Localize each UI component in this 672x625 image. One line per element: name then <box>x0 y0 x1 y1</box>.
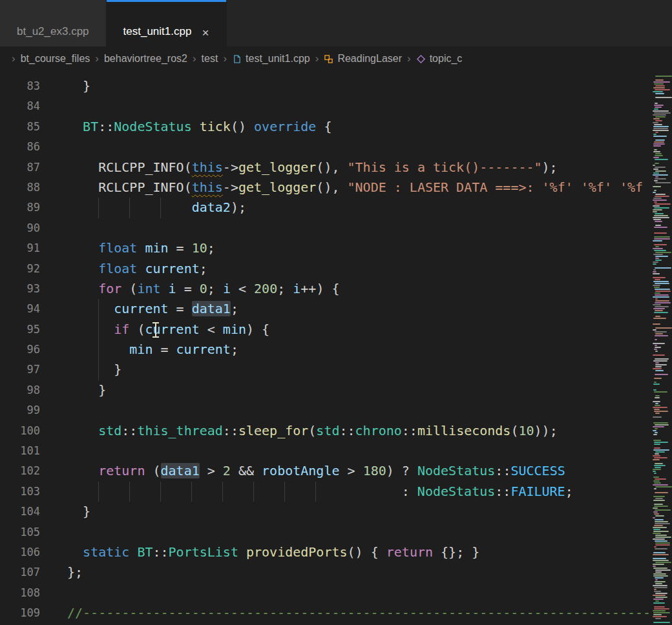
minimap-line <box>655 97 672 98</box>
code-text[interactable]: }; <box>67 562 651 582</box>
code-line: 109//-----------------------------------… <box>0 603 651 623</box>
code-text[interactable]: std::this_thread::sleep_for(std::chrono:… <box>67 421 651 441</box>
code-text[interactable] <box>67 96 651 116</box>
code-text[interactable]: data2); <box>67 198 651 218</box>
code-text[interactable]: BT::NodeStatus tick() override { <box>67 117 651 137</box>
minimap-line <box>655 498 663 499</box>
tab-test_unit1.cpp[interactable]: test_unit1.cpp× <box>107 0 227 46</box>
code-text[interactable]: //--------------------------------------… <box>67 603 651 623</box>
code-token: BT <box>83 119 98 134</box>
minimap-line <box>655 362 659 364</box>
minimap-line <box>654 227 667 228</box>
code-text[interactable]: current = data1; <box>67 299 651 319</box>
line-number: 90 <box>0 218 40 238</box>
indent-guide <box>98 198 99 218</box>
code-text[interactable] <box>67 400 651 420</box>
minimap-line <box>655 405 660 406</box>
minimap-line <box>655 194 666 195</box>
code-token: = <box>169 240 192 256</box>
code-token: i <box>223 281 231 296</box>
minimap-line <box>654 606 665 608</box>
code-token: current <box>145 261 199 276</box>
breadcrumb-item-test[interactable]: test <box>202 53 218 65</box>
code-token: 0 <box>200 281 207 296</box>
minimap-line <box>655 453 659 455</box>
code-token: data1 <box>192 301 231 316</box>
code-token <box>67 119 83 134</box>
minimap-line <box>653 169 658 170</box>
code-token: ; <box>207 240 215 256</box>
code-token: get_logger <box>238 179 316 195</box>
minimap[interactable] <box>651 71 672 625</box>
code-text[interactable]: } <box>67 76 651 96</box>
line-number: 96 <box>0 340 40 360</box>
code-text[interactable]: } <box>67 380 651 400</box>
minimap-line <box>653 205 660 207</box>
minimap-line <box>653 126 669 127</box>
breadcrumb-item-behaviortree_ros2[interactable]: behaviortree_ros2 <box>104 53 187 65</box>
code-text[interactable]: static BT::PortsList providedPorts() { r… <box>67 542 651 562</box>
minimap-line <box>655 395 660 396</box>
breadcrumb-item-test_unit1.cpp[interactable]: test_unit1.cpp <box>232 53 310 65</box>
code-token <box>67 301 114 316</box>
code-text[interactable]: float min = 10; <box>67 238 651 258</box>
code-text[interactable]: min = current; <box>67 340 651 360</box>
code-token: RCLCPP_INFO <box>98 179 184 195</box>
code-token: RCLCPP_INFO <box>98 159 184 175</box>
line-number: 108 <box>0 583 40 603</box>
code-token: :: <box>121 423 137 438</box>
code-text[interactable]: float current; <box>67 259 651 279</box>
minimap-line <box>655 155 663 156</box>
code-text[interactable] <box>67 218 651 238</box>
code-line: 105 <box>0 522 651 542</box>
minimap-line <box>654 378 662 379</box>
breadcrumb-item-topic_c[interactable]: topic_c <box>416 53 463 65</box>
code-token: ; <box>200 261 207 276</box>
code-text[interactable]: for (int i = 0; i < 200; i++) { <box>67 279 651 299</box>
code-line: 103 : NodeStatus::FAILURE; <box>0 482 651 502</box>
code-text[interactable] <box>67 441 651 461</box>
code-text[interactable]: } <box>67 502 651 522</box>
breadcrumb-item-ReadingLaser[interactable]: ReadingLaser <box>324 53 402 65</box>
close-tab-icon[interactable]: × <box>202 27 209 38</box>
minimap-line <box>653 560 669 561</box>
breadcrumb-label: topic_c <box>430 53 463 65</box>
minimap-line <box>653 261 658 263</box>
minimap-line <box>655 542 670 544</box>
code-text[interactable]: RCLCPP_INFO(this->get_logger(), "NODE : … <box>67 178 651 198</box>
tab-bt_u2_ex3.cpp[interactable]: bt_u2_ex3.cpp <box>0 0 107 46</box>
code-token: ; <box>231 301 238 316</box>
minimap-line <box>653 384 660 385</box>
code-token: ( <box>121 281 137 296</box>
minimap-line <box>653 476 659 478</box>
minimap-line <box>655 366 662 367</box>
code-line: 91 float min = 10; <box>0 238 651 258</box>
code-text[interactable] <box>67 583 651 603</box>
minimap-line <box>654 506 668 507</box>
minimap-line <box>653 277 666 278</box>
code-text[interactable] <box>67 522 651 542</box>
code-text[interactable]: return (data1 > 2 && robotAngle > 180) ?… <box>67 461 651 481</box>
code-token: current <box>176 342 231 357</box>
code-text[interactable]: : NodeStatus::FAILURE; <box>67 482 651 502</box>
code-text[interactable]: RCLCPP_INFO(this->get_logger(), "This is… <box>67 158 651 178</box>
code-token: std <box>316 423 339 438</box>
minimap-line <box>654 546 656 548</box>
code-token: data1 <box>161 463 200 478</box>
minimap-line <box>653 595 666 596</box>
code-line: 104 } <box>0 502 651 522</box>
minimap-line <box>655 597 667 598</box>
line-number: 87 <box>0 158 40 178</box>
breadcrumb-item-bt_course_files[interactable]: bt_course_files <box>21 53 90 65</box>
minimap-line <box>653 304 661 305</box>
code-text[interactable]: } <box>67 360 651 380</box>
minimap-line <box>654 591 661 592</box>
line-number: 85 <box>0 117 40 137</box>
code-text[interactable] <box>67 137 651 157</box>
line-number: 91 <box>0 238 40 258</box>
indent-guide <box>98 340 99 360</box>
minimap-line <box>655 523 670 524</box>
minimap-line <box>653 263 656 265</box>
minimap-line <box>653 602 665 604</box>
line-number: 109 <box>0 603 40 623</box>
